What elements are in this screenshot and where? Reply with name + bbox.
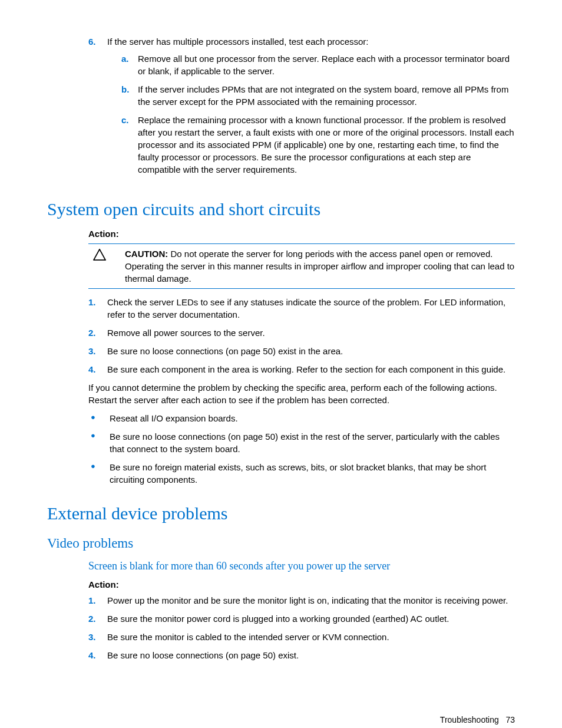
sub-text: If the server includes PPMs that are not…	[138, 83, 515, 108]
list-item: 6. If the server has multiple processors…	[88, 35, 515, 182]
step-body: If the server has multiple processors in…	[107, 35, 515, 182]
footer-section: Troubleshooting	[440, 715, 499, 724]
bullet-list: ● Reseat all I/O expansion boards. ● Be …	[88, 412, 515, 486]
step-list: 1. Check the server LEDs to see if any s…	[88, 296, 515, 375]
list-item: ● Reseat all I/O expansion boards.	[88, 412, 515, 424]
step-text: Check the server LEDs to see if any stat…	[107, 296, 515, 321]
list-item: 3. Be sure no loose connections (on page…	[88, 345, 515, 357]
section-heading: System open circuits and short circuits	[47, 197, 515, 222]
bullet-icon: ●	[88, 412, 110, 424]
section-heading: External device problems	[47, 501, 515, 526]
step-text: Be sure no loose connections (on page 50…	[107, 649, 515, 661]
step-text: If the server has multiple processors in…	[107, 37, 369, 47]
list-item: 4. Be sure no loose connections (on page…	[88, 649, 515, 661]
bullet-icon: ●	[88, 461, 110, 486]
step-marker: 3.	[88, 631, 107, 643]
step-marker: 4.	[88, 649, 107, 661]
caution-body: Do not operate the server for long perio…	[125, 249, 514, 284]
caution-text: CAUTION: Do not operate the server for l…	[125, 248, 515, 285]
bullet-text: Be sure no loose connections (on page 50…	[110, 430, 515, 455]
action-label: Action:	[88, 228, 515, 240]
bullet-icon: ●	[88, 430, 110, 455]
step-list: 1. Power up the monitor and be sure the …	[88, 594, 515, 661]
subsubsection-heading: Screen is blank for more than 60 seconds…	[88, 559, 515, 574]
step-text: Be sure the monitor power cord is plugge…	[107, 612, 515, 625]
step-marker: 2.	[88, 612, 107, 625]
step-text: Remove all power sources to the server.	[107, 327, 515, 339]
caution-box: CAUTION: Do not operate the server for l…	[88, 243, 515, 289]
list-item: 1. Check the server LEDs to see if any s…	[88, 296, 515, 321]
paragraph: If you cannot determine the problem by c…	[88, 381, 515, 406]
step-marker: 4.	[88, 363, 107, 375]
list-item: 4. Be sure each component in the area is…	[88, 363, 515, 375]
sub-text: Replace the remaining processor with a k…	[138, 114, 515, 176]
step-marker: 3.	[88, 345, 107, 357]
list-item: ● Be sure no loose connections (on page …	[88, 430, 515, 455]
bullet-text: Be sure no foreign material exists, such…	[110, 461, 515, 486]
step-text: Power up the monitor and be sure the mon…	[107, 594, 515, 607]
sub-text: Remove all but one processor from the se…	[138, 52, 515, 77]
sub-step-list: a. Remove all but one processor from the…	[107, 52, 515, 176]
step-text: Be sure each component in the area is wo…	[107, 363, 515, 375]
step-marker: 2.	[88, 327, 107, 339]
list-item: 3. Be sure the monitor is cabled to the …	[88, 631, 515, 643]
action-label: Action:	[88, 578, 515, 591]
caution-label: CAUTION:	[125, 249, 168, 259]
list-item: 2. Remove all power sources to the serve…	[88, 327, 515, 339]
step-marker: 6.	[88, 35, 107, 182]
page-footer: Troubleshooting 73	[47, 714, 515, 726]
bullet-text: Reseat all I/O expansion boards.	[110, 412, 515, 424]
step-list-continuation: 6. If the server has multiple processors…	[88, 35, 515, 182]
list-item: a. Remove all but one processor from the…	[121, 52, 515, 77]
caution-icon	[88, 248, 125, 285]
list-item: ● Be sure no foreign material exists, su…	[88, 461, 515, 486]
step-marker: 1.	[88, 594, 107, 607]
list-item: b. If the server includes PPMs that are …	[121, 83, 515, 108]
sub-marker: a.	[121, 52, 138, 77]
subsection-heading: Video problems	[47, 534, 515, 553]
list-item: 2. Be sure the monitor power cord is plu…	[88, 612, 515, 625]
sub-marker: c.	[121, 114, 138, 176]
footer-page: 73	[505, 715, 515, 724]
step-text: Be sure the monitor is cabled to the int…	[107, 631, 515, 643]
list-item: c. Replace the remaining processor with …	[121, 114, 515, 176]
sub-marker: b.	[121, 83, 138, 108]
list-item: 1. Power up the monitor and be sure the …	[88, 594, 515, 607]
step-text: Be sure no loose connections (on page 50…	[107, 345, 515, 357]
step-marker: 1.	[88, 296, 107, 321]
